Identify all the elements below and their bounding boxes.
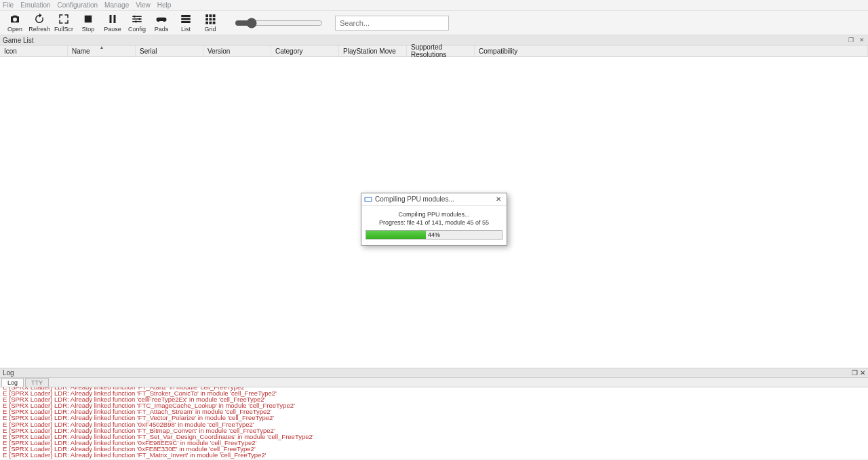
pads-label: Pads: [155, 26, 169, 33]
stop-button[interactable]: Stop: [76, 13, 100, 33]
menu-view[interactable]: View: [136, 1, 151, 9]
fullscr-button[interactable]: FullScr: [52, 13, 76, 33]
icon-size-slider[interactable]: [235, 18, 323, 28]
stop-icon: [82, 13, 94, 25]
column-icon[interactable]: Icon: [0, 45, 68, 56]
sort-asc-icon: ▴: [100, 44, 103, 50]
panel-close-button[interactable]: ✕: [859, 37, 865, 43]
svg-point-5: [135, 20, 137, 22]
svg-rect-16: [210, 22, 212, 24]
svg-rect-19: [366, 197, 372, 201]
panel-float-button[interactable]: ❐: [848, 37, 854, 43]
svg-rect-14: [213, 18, 216, 21]
svg-rect-13: [210, 18, 212, 21]
pause-label: Pause: [104, 26, 121, 33]
search-wrap: [335, 16, 449, 31]
grid-icon: [204, 13, 216, 25]
svg-rect-10: [210, 14, 212, 17]
list-label: List: [181, 26, 191, 33]
dialog-close-button[interactable]: ✕: [493, 195, 504, 204]
pause-icon: [106, 13, 119, 25]
log-close-button[interactable]: ✕: [860, 369, 865, 377]
camera-icon: [9, 13, 21, 25]
log-body[interactable]: E {SPRX Loader} LDR: Already linked func…: [0, 387, 868, 459]
column-category[interactable]: Category: [271, 45, 339, 56]
log-panel-header: Log ❐ ✕: [0, 368, 868, 378]
column-resolutions[interactable]: Supported Resolutions: [407, 45, 475, 56]
svg-point-4: [138, 18, 140, 20]
refresh-icon: [33, 13, 45, 25]
slider-input[interactable]: [235, 18, 323, 28]
svg-rect-15: [205, 22, 208, 24]
log-tabs: Log TTY: [0, 378, 868, 387]
svg-rect-7: [181, 18, 191, 20]
stop-label: Stop: [82, 26, 95, 33]
svg-rect-2: [114, 15, 116, 23]
column-name[interactable]: Name▴: [68, 45, 136, 56]
menubar: File Emulation Configuration Manage View…: [0, 0, 868, 11]
dialog-message: Compiling PPU modules...: [366, 211, 502, 218]
menu-help[interactable]: Help: [157, 1, 172, 9]
column-psmove[interactable]: PlayStation Move: [339, 45, 407, 56]
svg-rect-11: [213, 14, 216, 17]
grid-button[interactable]: Grid: [198, 13, 222, 33]
dialog-title: Compiling PPU modules...: [375, 195, 454, 203]
svg-rect-12: [205, 18, 208, 21]
svg-rect-6: [181, 15, 191, 17]
progress-bar-fill: [366, 231, 426, 239]
tab-log[interactable]: Log: [1, 378, 24, 387]
tab-tty[interactable]: TTY: [25, 378, 49, 387]
list-icon: [180, 13, 192, 25]
log-float-button[interactable]: ❐: [852, 369, 858, 377]
dialog-titlebar[interactable]: Compiling PPU modules... ✕: [361, 193, 507, 206]
config-label: Config: [128, 26, 146, 33]
gamepad-icon: [155, 13, 167, 25]
menu-file[interactable]: File: [3, 1, 14, 9]
progress-bar: 44%: [366, 230, 502, 239]
log-line: E {SPRX Loader} LDR: Already linked func…: [3, 452, 865, 458]
pause-button[interactable]: Pause: [100, 13, 125, 33]
refresh-button[interactable]: Refresh: [27, 13, 52, 33]
app-logo-icon: [364, 195, 372, 204]
open-label: Open: [7, 26, 22, 33]
toolbar: Open Refresh FullScr Stop Pause Config P…: [0, 11, 868, 35]
list-button[interactable]: List: [174, 13, 198, 33]
sliders-icon: [131, 13, 143, 25]
gamelist-title: Game List: [3, 37, 34, 44]
menu-emulation[interactable]: Emulation: [20, 1, 50, 9]
svg-rect-17: [213, 22, 216, 24]
fullscreen-icon: [58, 13, 70, 25]
svg-rect-9: [205, 14, 208, 17]
column-compatibility[interactable]: Compatibility: [475, 45, 868, 56]
dialog-progress-text: Progress: file 41 of 141, module 45 of 5…: [366, 219, 502, 226]
column-serial[interactable]: Serial: [136, 45, 203, 56]
pads-button[interactable]: Pads: [149, 13, 174, 33]
config-button[interactable]: Config: [125, 13, 149, 33]
svg-point-3: [134, 16, 136, 18]
progress-percent: 44%: [428, 231, 440, 238]
svg-rect-0: [85, 16, 92, 23]
fullscr-label: FullScr: [54, 26, 73, 33]
menu-manage[interactable]: Manage: [104, 1, 129, 9]
refresh-label: Refresh: [28, 26, 50, 33]
menu-configuration[interactable]: Configuration: [58, 1, 98, 9]
svg-rect-8: [181, 21, 191, 23]
column-version[interactable]: Version: [203, 45, 271, 56]
search-input[interactable]: [335, 16, 449, 31]
open-button[interactable]: Open: [3, 13, 27, 33]
gamelist-columns: Icon Name▴ Serial Version Category PlayS…: [0, 45, 868, 57]
grid-label: Grid: [204, 26, 216, 33]
log-title: Log: [3, 369, 14, 377]
compile-dialog: Compiling PPU modules... ✕ Compiling PPU…: [361, 193, 507, 246]
svg-rect-1: [110, 15, 112, 23]
